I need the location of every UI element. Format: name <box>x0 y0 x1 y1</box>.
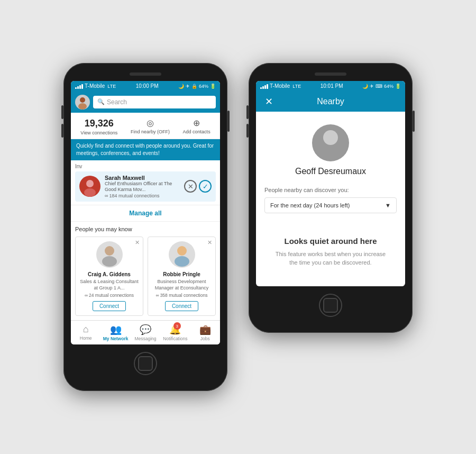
inv-label-text: Inv <box>75 164 82 169</box>
pymk-mutual-2: ∞ 358 mutual connections <box>151 293 212 298</box>
search-icon: 🔍 <box>97 98 105 105</box>
duration-select[interactable]: For the next day (24 hours left) ▼ <box>264 197 397 213</box>
craig-avatar-img <box>96 241 123 268</box>
svg-point-3 <box>84 188 96 197</box>
connections-stat[interactable]: 19,326 View connections <box>80 118 117 135</box>
phone-speaker <box>130 72 161 76</box>
vol-down-button[interactable] <box>61 124 63 138</box>
nav-notifications[interactable]: 🔔 3 Notifications <box>160 321 190 344</box>
phone2-battery: 64% <box>384 84 393 89</box>
search-placeholder: Search <box>107 98 127 106</box>
discover-label: People nearby can discover you: <box>264 187 397 193</box>
nearby-title: Nearby <box>279 97 382 106</box>
pymk-role-2: Business Development Manager at Econsult… <box>151 279 212 291</box>
manage-all-link[interactable]: Manage all <box>71 205 220 222</box>
phone2-home-button[interactable] <box>319 294 342 317</box>
phone2-vol-up[interactable] <box>246 105 249 119</box>
pymk-avatar-robbie <box>169 241 195 268</box>
phone2-power[interactable] <box>413 111 415 132</box>
phone2-signal-bars <box>260 84 268 89</box>
phone-bottom <box>71 352 220 375</box>
duration-value: For the next day (24 hours left) <box>270 202 350 208</box>
svg-point-6 <box>177 246 187 256</box>
pymk-name-1: Craig A. Giddens <box>79 271 140 278</box>
user-avatar[interactable] <box>75 95 90 110</box>
svg-point-8 <box>323 130 338 145</box>
phone2-network: LTE <box>292 84 301 89</box>
signal-bar-4 <box>81 84 83 89</box>
pymk-card-2: ✕ Robbie Pringle Business Development Ma… <box>148 237 216 316</box>
network-icon: 👥 <box>110 324 122 335</box>
messaging-label: Messaging <box>134 336 156 341</box>
power-button[interactable] <box>227 111 230 132</box>
search-bar[interactable]: 🔍 Search <box>93 96 216 108</box>
messaging-icon: 💬 <box>140 324 151 335</box>
nearby-stat[interactable]: ◎ Find nearby (OFF) <box>131 118 170 135</box>
invitation-card: Sarah Maxwell Chief Enthusiasm Officer a… <box>75 171 216 202</box>
p2-bar-3 <box>264 85 266 89</box>
phone2-battery-icon: 🔋 <box>395 84 401 89</box>
home-button-inner <box>138 356 153 371</box>
add-contacts-stat[interactable]: ⊕ Add contacts <box>183 118 210 135</box>
signal-bar-2 <box>77 86 79 89</box>
pymk-close-1[interactable]: ✕ <box>135 239 140 246</box>
network-label: LTE <box>107 84 116 89</box>
notification-badge: 3 <box>173 322 181 330</box>
jobs-icon: 💼 <box>199 324 211 335</box>
nearby-empty-state: Looks quiet around here This feature wor… <box>264 226 397 278</box>
geoff-avatar-img <box>312 124 349 161</box>
pymk-mutual-icon-2: ∞ <box>156 293 159 298</box>
empty-description: This feature works best when you increas… <box>273 250 388 267</box>
pymk-mutual-icon-1: ∞ <box>85 293 88 298</box>
svg-point-7 <box>175 256 189 267</box>
nearby-profile-name: Geoff Desreumaux <box>264 167 397 176</box>
user-avatar-img <box>75 95 90 110</box>
nav-network[interactable]: 👥 My Network <box>100 321 130 344</box>
bottom-nav: ⌂ Home 👥 My Network 💬 Messaging 🔔 3 Noti… <box>71 320 220 344</box>
time-label: 10:00 PM <box>136 83 159 89</box>
p2-bar-2 <box>262 86 264 89</box>
tooltip-banner: Quickly find and connect with people aro… <box>71 139 220 160</box>
phone2-vol-down[interactable] <box>246 124 249 138</box>
moon-icon: 🌙 <box>178 84 184 89</box>
jobs-label: Jobs <box>200 336 210 341</box>
add-contacts-icon: ⊕ <box>183 118 210 128</box>
nearby-header: ✕ Nearby <box>256 92 405 112</box>
decline-button[interactable]: ✕ <box>184 180 197 193</box>
phone2-bt-icon: ⌨ <box>376 84 382 89</box>
phone2-status-left: T-Mobile LTE <box>260 83 301 89</box>
vol-up-button[interactable] <box>61 105 63 119</box>
nav-messaging[interactable]: 💬 Messaging <box>131 321 160 344</box>
phone-1: T-Mobile LTE 10:00 PM 🌙 ✈ 🔒 64% 🔋 <box>63 63 227 392</box>
pymk-card-1: ✕ Craig A. Giddens Sales & Leasing Consu… <box>75 237 143 316</box>
notifications-label: Notifications <box>163 336 187 341</box>
p2-bar-1 <box>260 87 262 89</box>
empty-title: Looks quiet around here <box>273 237 388 246</box>
connections-label: View connections <box>80 130 117 135</box>
inv-mutual-text: 184 mutual connections <box>109 193 159 198</box>
home-button[interactable] <box>134 352 157 375</box>
nav-jobs[interactable]: 💼 Jobs <box>190 321 220 344</box>
invitation-label: Inv <box>75 164 216 169</box>
phone2-time: 10:01 PM <box>321 83 343 89</box>
phone2-status-right: 🌙 ✈ ⌨ 64% 🔋 <box>362 84 401 89</box>
svg-point-0 <box>80 97 85 103</box>
pymk-connect-btn-2[interactable]: Connect <box>165 301 198 311</box>
phone2-top <box>256 72 405 76</box>
inv-mutual: ∞ 184 mutual connections <box>105 193 180 198</box>
pymk-close-2[interactable]: ✕ <box>207 239 212 246</box>
nav-home[interactable]: ⌂ Home <box>71 321 100 344</box>
phone-2-screen: T-Mobile LTE 10:01 PM 🌙 ✈ ⌨ 64% 🔋 ✕ Near… <box>256 81 405 286</box>
signal-bars <box>75 84 83 89</box>
invitation-section: Inv Sarah Maxwell Chief Enthusiasm Offic… <box>71 160 220 205</box>
phone-top <box>71 72 220 76</box>
nearby-close-button[interactable]: ✕ <box>262 96 275 107</box>
status-right: 🌙 ✈ 🔒 64% 🔋 <box>178 84 216 89</box>
phone2-speaker <box>315 72 346 76</box>
pymk-connect-btn-1[interactable]: Connect <box>93 301 126 311</box>
mutual-icon: ∞ <box>105 193 108 198</box>
inviter-name: Sarah Maxwell <box>105 175 180 181</box>
inviter-avatar <box>79 176 100 197</box>
svg-point-9 <box>320 146 341 161</box>
accept-button[interactable]: ✓ <box>199 180 212 193</box>
